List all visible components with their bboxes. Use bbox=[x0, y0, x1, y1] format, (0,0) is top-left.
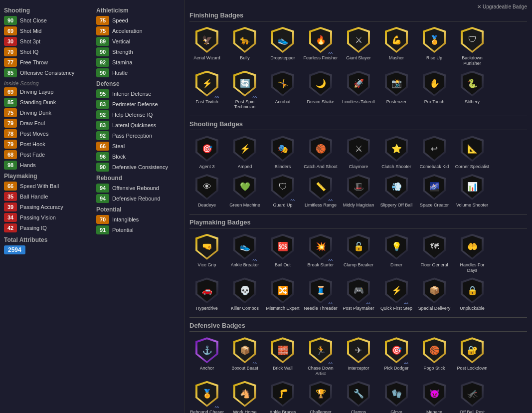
badge-item[interactable]: 💚 Green Machine bbox=[227, 173, 262, 208]
badge-item[interactable]: 📸 Posterizer bbox=[379, 69, 414, 110]
stat-value: 83 bbox=[96, 100, 109, 109]
badge-icon: 📊 bbox=[459, 173, 485, 202]
badge-item[interactable]: 🧱 Brick Wall bbox=[265, 336, 300, 377]
badge-item[interactable]: 🦵 Ankle Braces bbox=[265, 380, 300, 413]
badge-item[interactable]: ⚡ ^^ Quick First Step bbox=[379, 276, 414, 311]
badge-item[interactable]: ⚔ Giant Slayer bbox=[341, 25, 376, 66]
badge-item[interactable]: 👟 ^^ Ankle Breaker bbox=[227, 232, 262, 273]
badge-item[interactable]: 🔒 Unpluckable bbox=[455, 276, 490, 311]
badge-shield-outer: 🏀 bbox=[309, 136, 332, 162]
badge-icon: ✋ bbox=[421, 69, 447, 98]
stat-row: 90 Shot Close bbox=[4, 16, 88, 25]
badge-item[interactable]: 🎩 Middy Magician bbox=[341, 173, 376, 208]
stat-row: 96 Block bbox=[96, 152, 180, 161]
badge-name: Menace bbox=[426, 410, 442, 413]
badge-item[interactable]: 💥 ^^ Break Starter bbox=[303, 232, 338, 273]
stat-value: 66 bbox=[4, 182, 17, 191]
defensive-badges-grid: ⚓ Anchor 📦 ^^ Boxout Beast 🧱 Brick Wall bbox=[189, 336, 527, 413]
badge-item[interactable]: ⚡ Amped bbox=[227, 134, 262, 170]
badge-item[interactable]: 🐍 Slithery bbox=[455, 69, 490, 110]
badge-item[interactable]: 🏀 Catch And Shoot bbox=[303, 134, 338, 170]
badge-shield-inner: 💨 bbox=[387, 176, 406, 198]
badge-item[interactable]: 🗺 Floor General bbox=[417, 232, 452, 273]
badge-icon: 🚀 bbox=[346, 69, 371, 98]
badge-shield-inner: 💀 bbox=[235, 279, 254, 301]
badge-item[interactable]: 📐 Corner Specialist bbox=[455, 134, 490, 170]
badge-item[interactable]: 🏃 ^^ Chase Down Artist bbox=[303, 336, 338, 377]
badge-item[interactable]: ✋ Pro Touch bbox=[417, 69, 452, 110]
badge-item[interactable]: 🎭 Blinders bbox=[265, 134, 300, 170]
badge-shield-outer: ✋ bbox=[423, 71, 446, 97]
badge-shield-outer: 🏆 bbox=[309, 381, 332, 407]
badge-item[interactable]: 😈 Menace bbox=[417, 380, 452, 413]
badge-shield-outer: ⚔ bbox=[347, 136, 370, 162]
badge-item[interactable]: 🔥 ^^ Fearless Finisher bbox=[303, 25, 338, 66]
badge-item[interactable]: 🚗 Hyperdrive bbox=[189, 276, 224, 311]
badge-item[interactable]: 🐆 Bully bbox=[227, 25, 262, 66]
badge-item[interactable]: 🚀 Limitless Takeoff bbox=[341, 69, 376, 110]
stat-label: Speed With Ball bbox=[20, 183, 59, 189]
badge-item[interactable]: 🎯 Agent 3 bbox=[189, 134, 224, 170]
badge-name: Masher bbox=[389, 55, 404, 61]
badge-item[interactable]: 🐴 Work Horse bbox=[227, 380, 262, 413]
badge-shield-inner: ⚓ bbox=[197, 339, 216, 361]
badge-item[interactable]: 🦟 Off Ball Pest bbox=[455, 380, 490, 413]
stat-label: Passing Vision bbox=[20, 214, 56, 220]
badge-item[interactable]: ⭐ Clutch Shooter bbox=[379, 134, 414, 170]
badge-item[interactable]: 🔓 Clamp Breaker bbox=[341, 232, 376, 273]
badge-item[interactable]: 🏅 Rise Up bbox=[417, 25, 452, 66]
badge-item[interactable]: 💀 Killer Combos bbox=[227, 276, 262, 311]
badge-item[interactable]: 📦 Special Delivery bbox=[417, 276, 452, 311]
badge-item[interactable]: 💡 Dimer bbox=[379, 232, 414, 273]
badge-item[interactable]: ⚓ Anchor bbox=[189, 336, 224, 377]
badge-shield-outer: 🚗 bbox=[195, 277, 218, 303]
stat-row: 92 Stamina bbox=[96, 58, 180, 67]
badge-item[interactable]: 📏 ^^ Limitless Range bbox=[303, 173, 338, 208]
badge-item[interactable]: ✈ Interceptor bbox=[341, 336, 376, 377]
badge-item[interactable]: 🔀 Mismatch Expert bbox=[265, 276, 300, 311]
badge-item[interactable]: 📊 Volume Shooter bbox=[455, 173, 490, 208]
stat-label: Block bbox=[112, 154, 126, 160]
badge-item[interactable]: 🎯 ^^ Pick Dodger bbox=[379, 336, 414, 377]
badge-shield-outer: 🐴 bbox=[233, 381, 256, 407]
badge-item[interactable]: 🌙 Dream Shake bbox=[303, 69, 338, 110]
badge-item[interactable]: 🛡 Backdown Punisher bbox=[455, 25, 490, 66]
badge-item[interactable]: 💨 Slippery Off Ball bbox=[379, 173, 414, 208]
stat-value: 68 bbox=[4, 150, 17, 159]
badge-item[interactable]: 🔐 Post Lockdown bbox=[455, 336, 490, 377]
badge-item[interactable]: 🤲 Handles For Days bbox=[455, 232, 490, 273]
badge-item[interactable]: ⚡ ^^ Fast Twitch bbox=[189, 69, 224, 110]
badge-item[interactable]: 🆘 Bail Out bbox=[265, 232, 300, 273]
badge-icon: 👟 bbox=[270, 25, 296, 54]
right-panel[interactable]: ✕ Upgradeable Badge Finishing Badges 🦅 A… bbox=[184, 0, 532, 413]
badge-item[interactable]: 🔧 Clamps bbox=[341, 380, 376, 413]
badge-item[interactable]: 🎮 ^^ Post Playmaker bbox=[341, 276, 376, 311]
badge-item[interactable]: 👟 Dropstepper bbox=[265, 25, 300, 66]
badge-item[interactable]: ⚔ Claymore bbox=[341, 134, 376, 170]
badge-shield-inner: 🔀 bbox=[273, 279, 292, 301]
badge-item[interactable]: 🏀 Pogo Stick bbox=[417, 336, 452, 377]
badge-item[interactable]: 🧤 Glove bbox=[379, 380, 414, 413]
badge-item[interactable]: 👁 Deadeye bbox=[189, 173, 224, 208]
badge-item[interactable]: 💪 Masher bbox=[379, 25, 414, 66]
badge-item[interactable]: 🔄 ^^ Post Spin Technician bbox=[227, 69, 262, 110]
badge-item[interactable]: 🏆 Challenger bbox=[303, 380, 338, 413]
badge-icon: 🏀 bbox=[308, 134, 334, 163]
badge-item[interactable]: 📦 ^^ Boxout Beast bbox=[227, 336, 262, 377]
stat-label: Driving Dunk bbox=[20, 110, 51, 116]
badge-item[interactable]: ↩ Comeback Kid bbox=[417, 134, 452, 170]
badge-name: Off Ball Pest bbox=[460, 410, 485, 413]
badge-item[interactable]: 🤜 Vice Grip bbox=[189, 232, 224, 273]
badge-item[interactable]: 🛡 ^^ Guard Up bbox=[265, 173, 300, 208]
badge-shield-outer: 🧵 bbox=[309, 277, 332, 303]
badge-item[interactable]: 🏅 ^^ Rebound Chaser bbox=[189, 380, 224, 413]
stat-value: 30 bbox=[4, 37, 17, 46]
badge-item[interactable]: 🦅 Aerial Wizard bbox=[189, 25, 224, 66]
badge-name: Aerial Wizard bbox=[193, 55, 220, 61]
badge-shield-outer: 📐 bbox=[461, 136, 484, 162]
badge-item[interactable]: 🌌 Space Creator bbox=[417, 173, 452, 208]
badge-item[interactable]: 🧵 ^^ Needle Threader bbox=[303, 276, 338, 311]
badge-icon: 💚 bbox=[232, 173, 258, 202]
badge-item[interactable]: 🤸 Acrobat bbox=[265, 69, 300, 110]
badge-shield-outer: 🚀 bbox=[347, 71, 370, 97]
